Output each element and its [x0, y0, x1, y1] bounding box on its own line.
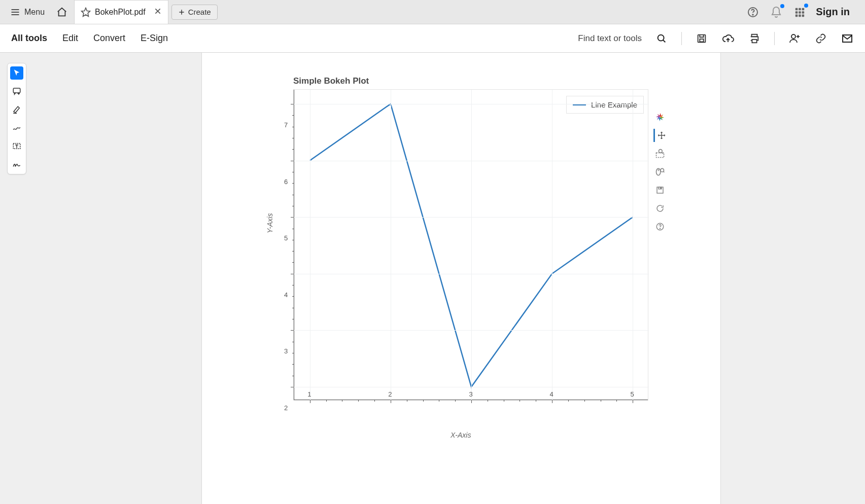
svg-point-19	[658, 34, 664, 41]
menu-label: Menu	[24, 8, 45, 17]
star-icon[interactable]	[81, 7, 91, 17]
y-minor-tick	[292, 342, 294, 342]
home-icon	[56, 7, 67, 18]
search-icon	[656, 33, 667, 44]
y-tick-label: 4	[284, 291, 305, 298]
svg-rect-17	[799, 14, 801, 17]
svg-point-9	[753, 14, 754, 15]
bokeh-help-tool[interactable]	[653, 220, 667, 233]
tools-palette	[7, 63, 26, 174]
grid-line-vertical	[633, 90, 633, 401]
x-tick-mark	[633, 400, 633, 403]
search-button[interactable]	[655, 32, 668, 45]
find-label[interactable]: Find text or tools	[578, 33, 642, 44]
x-tick-label: 3	[469, 390, 472, 398]
edit-menu[interactable]: Edit	[62, 33, 78, 44]
y-minor-tick	[292, 262, 294, 263]
x-minor-tick	[536, 400, 536, 402]
svg-point-35	[659, 150, 663, 153]
bokeh-reset-tool[interactable]	[653, 202, 667, 215]
save-icon	[696, 33, 707, 44]
svg-rect-22	[700, 39, 703, 42]
bokeh-pan-tool[interactable]	[653, 129, 667, 142]
y-minor-tick	[292, 206, 294, 206]
notifications-button[interactable]	[769, 5, 783, 19]
share-user-icon	[788, 32, 801, 45]
menu-button[interactable]: Menu	[5, 4, 50, 20]
x-minor-tick	[407, 400, 407, 402]
x-tick-mark	[552, 400, 552, 403]
svg-line-40	[664, 171, 665, 172]
help-button[interactable]	[746, 5, 760, 19]
svg-rect-14	[799, 11, 801, 14]
svg-rect-43	[661, 188, 662, 189]
grid-line-vertical	[552, 90, 552, 401]
y-minor-tick	[292, 138, 294, 138]
y-minor-tick	[292, 376, 294, 376]
bokeh-logo[interactable]	[653, 111, 667, 124]
svg-rect-16	[795, 14, 798, 17]
grid-line-vertical	[471, 90, 472, 401]
y-minor-tick	[292, 115, 294, 116]
x-minor-tick	[616, 400, 617, 402]
bokeh-box-zoom-tool[interactable]	[653, 147, 667, 160]
help-icon	[747, 6, 759, 18]
email-button[interactable]	[841, 32, 854, 45]
comment-tool[interactable]	[10, 85, 23, 98]
close-tab-button[interactable]	[154, 7, 162, 18]
document-tab[interactable]: BokehPlot.pdf	[74, 0, 168, 24]
svg-rect-15	[802, 11, 805, 14]
grid-line-horizontal	[294, 330, 649, 331]
create-button[interactable]: Create	[171, 5, 218, 20]
plot-area[interactable]: Line Example	[293, 89, 648, 401]
cursor-icon	[13, 69, 21, 77]
y-minor-tick	[292, 172, 294, 172]
y-minor-tick	[292, 319, 294, 319]
home-button[interactable]	[53, 3, 71, 21]
save-button[interactable]	[695, 32, 708, 45]
x-axis-label: X-Axis	[451, 431, 471, 439]
wheel-zoom-icon	[655, 167, 665, 177]
sign-in-button[interactable]: Sign in	[816, 6, 850, 18]
apps-button[interactable]	[792, 5, 807, 19]
esign-menu[interactable]: E-Sign	[141, 33, 168, 44]
grid-line-horizontal	[294, 217, 649, 218]
x-tick-mark	[310, 400, 310, 403]
apps-notification-dot	[804, 4, 808, 8]
y-minor-tick	[292, 285, 294, 285]
select-tool[interactable]	[10, 66, 23, 80]
x-minor-tick	[374, 400, 375, 402]
x-tick-label: 4	[549, 390, 553, 398]
highlight-tool[interactable]	[10, 103, 23, 116]
pan-icon	[657, 131, 666, 140]
bokeh-wheel-zoom-tool[interactable]	[653, 165, 667, 178]
print-button[interactable]	[748, 32, 761, 45]
y-tick-mark	[291, 217, 294, 218]
x-minor-tick	[342, 400, 342, 402]
plus-icon	[178, 9, 185, 16]
chart-root: Simple Bokeh Plot Line Example Y-Axis X-…	[258, 76, 664, 401]
convert-menu[interactable]: Convert	[93, 33, 125, 44]
bokeh-save-tool[interactable]	[653, 184, 667, 197]
y-tick-mark	[291, 387, 294, 387]
sign-tool[interactable]	[10, 158, 23, 171]
chart-legend[interactable]: Line Example	[566, 96, 644, 114]
draw-icon	[12, 123, 21, 132]
svg-rect-12	[802, 8, 805, 10]
share-button[interactable]	[788, 32, 801, 45]
x-minor-tick	[601, 400, 601, 402]
content-area: Simple Bokeh Plot Line Example Y-Axis X-…	[0, 53, 865, 504]
svg-point-45	[660, 228, 660, 229]
x-minor-tick	[488, 400, 488, 402]
text-tool[interactable]	[10, 139, 23, 153]
x-minor-tick	[568, 400, 569, 402]
x-minor-tick	[520, 400, 520, 402]
draw-tool[interactable]	[10, 121, 23, 134]
y-minor-tick	[292, 308, 294, 308]
svg-point-25	[791, 34, 795, 39]
email-icon	[841, 32, 853, 45]
svg-rect-10	[795, 8, 798, 10]
all-tools-menu[interactable]: All tools	[11, 33, 47, 44]
upload-button[interactable]	[721, 32, 735, 45]
link-button[interactable]	[814, 32, 827, 45]
